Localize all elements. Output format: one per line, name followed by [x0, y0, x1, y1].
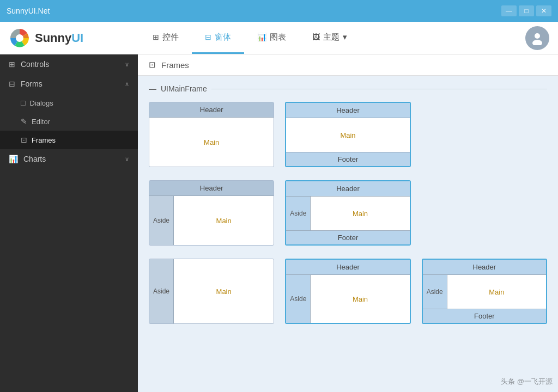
logo-text: SunnyUI [35, 31, 83, 45]
controls-chevron: ∨ [125, 61, 129, 68]
page-header-icon: ⊡ [149, 60, 156, 70]
watermark: 头条 @一飞开源 [501, 377, 553, 387]
frame-card-4-header: Header [149, 181, 274, 196]
svg-point-2 [535, 33, 540, 39]
frame-card-1-body: Main [149, 118, 274, 167]
charts-chevron: ∨ [125, 156, 129, 163]
sidebar: ⊞ Controls ∨ ⊟ Forms ∧ □ Dialogs ✎ Edito… [0, 54, 138, 392]
frame-card-4-aside: Aside [149, 196, 174, 245]
charts-tab-icon: 📊 [257, 33, 266, 41]
sidebar-item-charts[interactable]: 📊 Charts ∨ [0, 149, 138, 169]
frame-card-7-aside: Aside [149, 259, 174, 323]
controls-label: Controls [21, 60, 49, 69]
titlebar-title: SunnyUI.Net [7, 7, 50, 15]
tab-charts[interactable]: 📊 图表 [244, 22, 299, 54]
sidebar-item-forms[interactable]: ⊟ Forms ∧ [0, 74, 138, 94]
tab-controls[interactable]: ⊞ 控件 [140, 22, 192, 54]
dialogs-label: Dialogs [29, 99, 53, 107]
frame-card-1-header: Header [149, 102, 274, 118]
frame-card-5-body: Aside Main [286, 197, 409, 230]
frame-card-7-body: Aside Main [149, 259, 274, 323]
editor-icon: ✎ [21, 117, 27, 126]
page-header-label: Frames [161, 60, 189, 70]
forms-tab-label: 窗体 [215, 32, 231, 42]
forms-tab-icon: ⊟ [205, 33, 211, 41]
frames-label: Frames [32, 136, 56, 144]
avatar[interactable] [525, 26, 549, 50]
svg-point-1 [16, 34, 23, 42]
tab-forms[interactable]: ⊟ 窗体 [192, 22, 244, 54]
frame-card-5-main: Main [311, 197, 409, 230]
logo-ui: UI [71, 31, 83, 45]
section-title-dash: — [149, 84, 156, 93]
frame-card-8-main: Main [311, 275, 409, 323]
controls-tab-label: 控件 [162, 32, 179, 42]
page-header: ⊡ Frames [138, 54, 558, 76]
section-title-text: UIMainFrame [161, 84, 207, 93]
frame-card-3-empty [422, 102, 547, 167]
frame-card-5-footer: Footer [286, 230, 409, 244]
frame-card-4-main: Main [174, 196, 274, 245]
themes-tab-icon: 🖼 [312, 33, 320, 41]
forms-label: Forms [21, 79, 43, 88]
close-button[interactable]: ✕ [536, 5, 551, 16]
themes-tab-label: 主题 [323, 32, 339, 42]
titlebar: SunnyUI.Net — □ ✕ [0, 0, 558, 22]
frames-grid: Header Main Header Main Footer [149, 102, 547, 324]
frame-card-5-aside: Aside [286, 197, 311, 230]
frame-card-7-main: Main [174, 259, 274, 323]
forms-icon: ⊟ [9, 79, 15, 88]
frame-card-9-footer: Footer [423, 309, 546, 323]
frame-card-8-body: Aside Main [286, 275, 409, 323]
frame-card-4-body: Aside Main [149, 196, 274, 245]
frame-card-1-main: Main [149, 118, 274, 167]
frame-card-9-body: Aside Main [423, 275, 546, 309]
frame-card-8-aside: Aside [286, 275, 311, 323]
sidebar-item-editor[interactable]: ✎ Editor [0, 112, 138, 131]
main-content: ⊡ Frames — UIMainFrame Header Main Hea [138, 54, 558, 392]
app-body: ⊞ Controls ∨ ⊟ Forms ∧ □ Dialogs ✎ Edito… [0, 54, 558, 392]
frame-card-8[interactable]: Header Aside Main [285, 259, 410, 324]
logo-nav: SunnyUI ⊞ 控件 ⊟ 窗体 📊 图表 🖼 主题 ▾ [0, 22, 558, 54]
frame-card-9-aside: Aside [423, 275, 447, 309]
editor-label: Editor [32, 118, 50, 126]
nav-right [525, 26, 549, 50]
tab-themes[interactable]: 🖼 主题 ▾ [299, 22, 360, 54]
titlebar-controls: — □ ✕ [501, 5, 551, 16]
logo-icon [9, 27, 31, 49]
minimize-button[interactable]: — [501, 5, 517, 16]
frame-card-5-header: Header [286, 181, 409, 197]
charts-label: Charts [23, 155, 46, 163]
frame-card-2-footer: Footer [286, 152, 409, 166]
frame-card-4[interactable]: Header Aside Main [149, 180, 274, 246]
sidebar-item-frames[interactable]: ⊡ Frames [0, 131, 138, 149]
sidebar-item-controls[interactable]: ⊞ Controls ∨ [0, 54, 138, 74]
maximize-button[interactable]: □ [519, 5, 534, 16]
titlebar-left: SunnyUI.Net [7, 7, 50, 15]
frame-card-8-header: Header [286, 260, 409, 275]
dialogs-icon: □ [21, 99, 25, 107]
frame-card-1[interactable]: Header Main [149, 102, 274, 167]
charts-icon: 📊 [9, 155, 18, 163]
logo-area: SunnyUI [9, 27, 140, 49]
frame-card-7[interactable]: Aside Main [149, 259, 274, 324]
charts-tab-label: 图表 [270, 32, 286, 42]
controls-tab-icon: ⊞ [153, 33, 159, 41]
sidebar-item-dialogs[interactable]: □ Dialogs [0, 94, 138, 112]
svg-point-3 [532, 40, 542, 45]
frame-card-5[interactable]: Header Aside Main Footer [285, 180, 410, 246]
logo-sunny: Sunny [35, 31, 71, 45]
avatar-icon [530, 31, 544, 45]
frame-card-2-body: Main [286, 118, 409, 152]
forms-chevron: ∧ [125, 81, 129, 88]
frame-card-2[interactable]: Header Main Footer [285, 102, 410, 167]
frame-card-9-header: Header [423, 260, 546, 275]
frame-card-9-main: Main [447, 275, 546, 309]
frames-content: — UIMainFrame Header Main Header Main [138, 76, 558, 392]
frame-card-2-main: Main [286, 118, 409, 152]
frame-card-6-empty [422, 180, 547, 246]
nav-tabs: ⊞ 控件 ⊟ 窗体 📊 图表 🖼 主题 ▾ [140, 22, 525, 54]
frame-card-9[interactable]: Header Aside Main Footer [422, 259, 547, 324]
section-title: — UIMainFrame [149, 84, 547, 93]
themes-dropdown-icon: ▾ [343, 32, 347, 42]
